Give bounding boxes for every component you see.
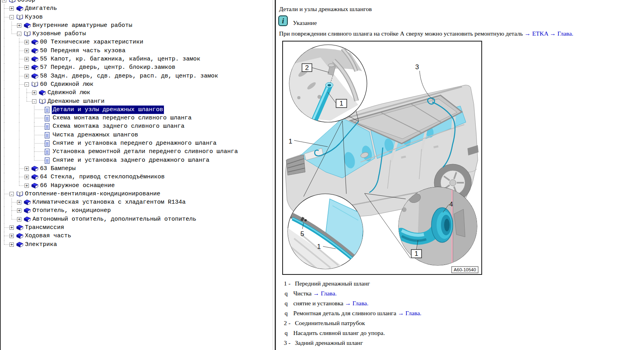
tree-item[interactable]: +Трансмиссия bbox=[1, 223, 274, 232]
tree-item[interactable]: +66 Наружное оснащение bbox=[1, 182, 274, 190]
tree-item-label[interactable]: 64 Стекла, привод стеклоподъёмников bbox=[39, 173, 165, 181]
book-closed-icon bbox=[24, 216, 31, 222]
tree-item-label[interactable]: Снятие и установка заднего дренажного шл… bbox=[52, 156, 210, 165]
tree-item-label[interactable]: Автономный отопитель, дополнительный ото… bbox=[32, 215, 197, 223]
tree-item[interactable]: +Внутренние арматурные работы bbox=[1, 21, 274, 30]
tree-item[interactable]: +Ходовая часть bbox=[1, 232, 274, 240]
tree-item[interactable]: +Отопитель, кондиционер bbox=[1, 206, 274, 215]
chapter-link[interactable]: Глава. bbox=[405, 310, 421, 316]
tree-item-label[interactable]: Отопитель, кондиционер bbox=[32, 206, 112, 215]
tree-item[interactable]: -Дренажные шланги bbox=[1, 97, 274, 106]
tree-item-label[interactable]: 63 Бамперы bbox=[39, 165, 76, 173]
tree-item-label[interactable]: Снятие и установка переднего дренажного … bbox=[52, 139, 217, 148]
etka-link[interactable]: ETKA bbox=[532, 30, 548, 37]
tree-item-label[interactable]: Трансмиссия bbox=[24, 223, 65, 232]
tree-item[interactable]: -Кузов bbox=[1, 13, 274, 21]
chapter-link[interactable]: Глава. bbox=[557, 30, 573, 37]
tree-item-label[interactable]: Дренажные шланги bbox=[47, 97, 105, 106]
collapse-minus-icon[interactable]: - bbox=[9, 192, 14, 196]
tree-item[interactable]: Схема монтажа переднего сливного шланга bbox=[1, 114, 274, 122]
collapse-minus-icon[interactable]: - bbox=[9, 15, 14, 19]
collapse-minus-icon[interactable]: - bbox=[2, 0, 6, 2]
tree-item[interactable]: -Отопление-вентиляция-кондиционирование bbox=[1, 190, 274, 198]
tree-item[interactable]: +00 Технические характеристики bbox=[1, 38, 274, 46]
tree-item[interactable]: Схема монтажа заднего сливного шланга bbox=[1, 122, 274, 131]
tree-item-label[interactable]: 58 Задн. дверь, сдв. дверь, расп. дв, це… bbox=[39, 72, 219, 80]
tree-item[interactable]: Снятие и установка переднего дренажного … bbox=[1, 139, 274, 148]
tree-item-label[interactable]: 57 Передн. дверь, центр. блокир.замков bbox=[39, 63, 176, 72]
tree-item[interactable]: -Обзор bbox=[1, 0, 274, 4]
tree-item[interactable]: Чистка дренажных шлангов bbox=[1, 131, 274, 139]
tree-item-label[interactable]: Схема монтажа переднего сливного шланга bbox=[52, 114, 192, 122]
tree-item[interactable]: +57 Передн. дверь, центр. блокир.замков bbox=[1, 63, 274, 72]
collapse-minus-icon[interactable]: - bbox=[25, 82, 29, 87]
tree-item[interactable]: +Сдвижной люк bbox=[1, 89, 274, 97]
expand-plus-icon[interactable]: + bbox=[25, 65, 29, 70]
tree-item[interactable]: +50 Передняя часть кузова bbox=[1, 47, 274, 55]
tree: -Обзор+Двигатель-Кузов+Внутренние армату… bbox=[1, 0, 274, 249]
expand-plus-icon[interactable]: + bbox=[17, 217, 21, 221]
tree-guide bbox=[4, 156, 4, 165]
collapse-minus-icon[interactable]: - bbox=[17, 32, 21, 36]
tree-item-label-selected[interactable]: Детали и узлы дренажных шлангов bbox=[52, 106, 164, 114]
expand-plus-icon[interactable]: + bbox=[25, 166, 29, 171]
expand-plus-icon[interactable]: + bbox=[25, 57, 29, 61]
tree-item-label[interactable]: Электрика bbox=[24, 240, 58, 249]
tree-item-label[interactable]: Ходовая часть bbox=[24, 232, 72, 240]
tree-item-label[interactable]: 60 Сдвижной люк bbox=[39, 80, 94, 89]
tree-item-label[interactable]: Схема монтажа заднего сливного шланга bbox=[52, 122, 185, 131]
panel-splitter[interactable] bbox=[273, 0, 276, 350]
tree-item-label[interactable]: 50 Передняя часть кузова bbox=[39, 47, 126, 55]
tree-item-label[interactable]: Обзор bbox=[17, 0, 36, 4]
expand-plus-icon[interactable]: + bbox=[25, 40, 29, 44]
tree-item-label[interactable]: Сдвижной люк bbox=[47, 89, 91, 97]
tree-item-label[interactable]: Двигатель bbox=[24, 4, 58, 13]
expand-plus-icon[interactable]: + bbox=[25, 49, 29, 53]
tree-item[interactable]: +64 Стекла, привод стеклоподъёмников bbox=[1, 173, 274, 181]
tree-item-label[interactable]: Кузовные работы bbox=[32, 30, 87, 38]
expand-plus-icon[interactable]: + bbox=[9, 225, 14, 230]
tree-item-label[interactable]: Установка ремонтной детали переднего сли… bbox=[52, 148, 239, 156]
tree-item-label[interactable]: Отопление-вентиляция-кондиционирование bbox=[24, 190, 161, 198]
expand-plus-icon[interactable]: + bbox=[9, 6, 14, 11]
tree-item-label[interactable]: Внутренние арматурные работы bbox=[32, 21, 133, 30]
tree-item[interactable]: +Электрика bbox=[1, 240, 274, 249]
tree-item[interactable]: +Автономный отопитель, дополнительный от… bbox=[1, 215, 274, 223]
tree-item-label[interactable]: 00 Технические характеристики bbox=[39, 38, 144, 46]
tree-item-label[interactable]: Кузов bbox=[24, 13, 44, 21]
chapter-link[interactable]: Глава. bbox=[353, 300, 369, 306]
expand-plus-icon[interactable]: + bbox=[25, 184, 29, 188]
expand-plus-icon[interactable]: + bbox=[17, 200, 21, 204]
tree-item[interactable]: -60 Сдвижной люк bbox=[1, 80, 274, 89]
arrow-glyph: → bbox=[312, 290, 321, 297]
tree-item-label[interactable]: Климатическая установка с хладагентом R1… bbox=[32, 198, 186, 206]
expand-plus-icon[interactable]: + bbox=[9, 242, 14, 247]
collapse-minus-icon[interactable]: - bbox=[32, 99, 36, 104]
tree-item[interactable]: -Кузовные работы bbox=[1, 30, 274, 38]
expand-plus-icon[interactable]: + bbox=[32, 91, 36, 95]
tree-item-label[interactable]: Чистка дренажных шлангов bbox=[52, 131, 139, 139]
tree-item-label[interactable]: 66 Наружное оснащение bbox=[39, 182, 116, 190]
page-title: Детали и узлы дренажных шлангов bbox=[279, 5, 644, 13]
legend-number: 1 - bbox=[279, 278, 295, 288]
legend-text: Передний дренажный шланг bbox=[295, 280, 370, 287]
tree-item[interactable]: Снятие и установка заднего дренажного шл… bbox=[1, 156, 274, 165]
tree-item[interactable]: Установка ремонтной детали переднего сли… bbox=[1, 148, 274, 156]
tree-guide bbox=[34, 118, 45, 118]
tree-item[interactable]: +63 Бамперы bbox=[1, 165, 274, 173]
expand-plus-icon[interactable]: + bbox=[25, 74, 29, 78]
tree-guide bbox=[19, 76, 25, 76]
expand-plus-icon[interactable]: + bbox=[9, 234, 14, 238]
expand-plus-icon[interactable]: + bbox=[25, 175, 29, 179]
tree-item[interactable]: +Двигатель bbox=[1, 4, 274, 13]
tree-item[interactable]: Детали и узлы дренажных шлангов bbox=[1, 106, 274, 114]
expand-plus-icon[interactable]: + bbox=[17, 208, 21, 213]
tree-item[interactable]: +55 Капот, кр. багажника, кабина, центр.… bbox=[1, 55, 274, 63]
expand-plus-icon[interactable]: + bbox=[17, 23, 21, 28]
tree-item[interactable]: +Климатическая установка с хладагентом R… bbox=[1, 198, 274, 206]
tree-item-label[interactable]: 55 Капот, кр. багажника, кабина, центр. … bbox=[39, 55, 201, 63]
tree-guide bbox=[19, 168, 25, 169]
tree-item[interactable]: +58 Задн. дверь, сдв. дверь, расп. дв, ц… bbox=[1, 72, 274, 80]
document-icon bbox=[45, 107, 49, 113]
chapter-link[interactable]: Глава. bbox=[321, 290, 336, 297]
